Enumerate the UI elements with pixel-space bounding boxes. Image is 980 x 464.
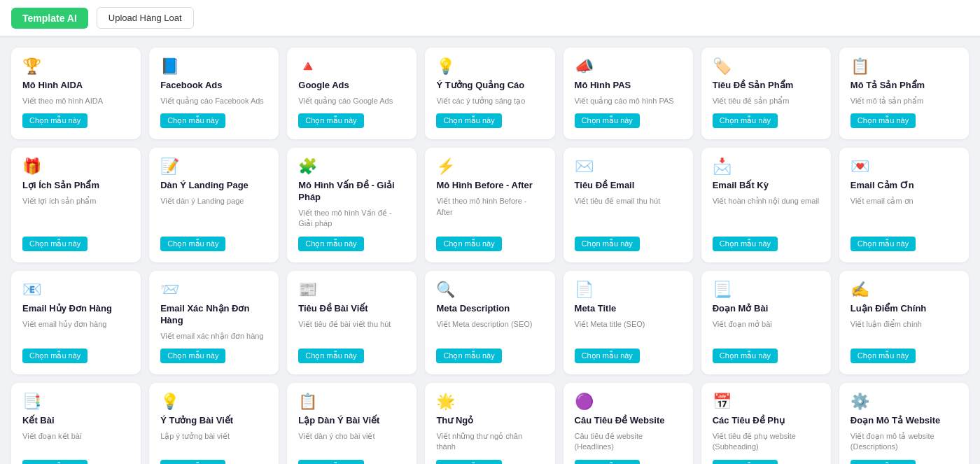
card-icon: ✉️ (575, 159, 682, 174)
card-title: Tiêu Đề Email (575, 180, 682, 192)
top-bar: Template AI Upload Hàng Loat (0, 0, 980, 36)
template-card: 🔺Google AdsViết quảng cáo Google AdsChọn… (287, 48, 416, 139)
template-card: 📘Facebook AdsViết quảng cáo Facebook Ads… (149, 48, 279, 139)
template-ai-button[interactable]: Template AI (11, 8, 88, 29)
card-description: Câu tiêu đề website (Headlines) (575, 431, 682, 453)
card-description: Viết lợi ích sản phẩm (22, 196, 130, 230)
select-template-button[interactable]: Chọn mẫu này (713, 460, 778, 464)
card-title: Tiêu Đề Sản Phẩm (713, 80, 820, 92)
card-description: Lập ý tưởng bài viết (160, 431, 267, 453)
template-card: 📩Email Bất KỳViết hoàn chỉnh nội dung em… (701, 148, 831, 262)
select-template-button[interactable]: Chọn mẫu này (850, 237, 916, 251)
card-description: Viết mô tả sản phẩm (850, 96, 958, 106)
card-description: Viết những thư ngỏ chân thành (436, 431, 543, 453)
template-card: 📝Dàn Ý Landing PageViết dàn ý Landing pa… (149, 148, 279, 262)
card-title: Email Cảm Ơn (850, 180, 958, 192)
card-icon: ✍️ (850, 282, 958, 297)
card-description: Viết luận điểm chính (850, 319, 958, 342)
card-description: Viết quảng cáo mô hình PAS (575, 96, 682, 106)
template-card: 📨Email Xác Nhận Đơn HàngViết email xác n… (149, 271, 279, 374)
template-card: 🟣Câu Tiêu Đề WebsiteCâu tiêu đề website … (564, 383, 693, 464)
select-template-button[interactable]: Chọn mẫu này (436, 113, 501, 128)
card-title: Meta Title (575, 303, 682, 315)
card-description: Viết tiêu đề phụ website (Subheading) (713, 431, 820, 453)
card-description: Viết quảng cáo Facebook Ads (160, 96, 267, 106)
select-template-button[interactable]: Chọn mẫu này (436, 460, 501, 464)
card-icon: 📰 (298, 282, 405, 297)
template-card: 📰Tiêu Đề Bài ViếtViết tiêu đề bài viết t… (287, 271, 416, 374)
select-template-button[interactable]: Chọn mẫu này (850, 113, 916, 128)
upload-bulk-button[interactable]: Upload Hàng Loat (97, 7, 194, 29)
template-card: 💡Ý Tưởng Quảng CáoViết các ý tưởng sáng … (425, 48, 554, 139)
template-card: 🎁Lợi Ích Sản PhẩmViết lợi ích sản phẩmCh… (11, 148, 141, 262)
template-card: 📅Các Tiêu Đề PhụViết tiêu đề phụ website… (701, 383, 831, 464)
card-title: Các Tiêu Đề Phụ (713, 415, 820, 427)
select-template-button[interactable]: Chọn mẫu này (713, 113, 778, 128)
card-description: Viết Meta description (SEO) (436, 319, 543, 342)
select-template-button[interactable]: Chọn mẫu này (436, 237, 501, 251)
card-icon: 🔍 (436, 282, 543, 297)
card-icon: 📃 (713, 282, 820, 297)
card-title: Facebook Ads (160, 80, 267, 92)
select-template-button[interactable]: Chọn mẫu này (713, 237, 778, 251)
select-template-button[interactable]: Chọn mẫu này (160, 349, 225, 363)
template-card: 📄Meta TitleViết Meta title (SEO)Chọn mẫu… (564, 271, 693, 374)
card-description: Viết đoạn mở bài (713, 319, 820, 342)
card-icon: 📨 (160, 282, 267, 297)
card-title: Ý Tưởng Bài Viết (160, 415, 267, 427)
select-template-button[interactable]: Chọn mẫu này (22, 349, 88, 363)
select-template-button[interactable]: Chọn mẫu này (22, 237, 88, 251)
card-title: Mô Hình PAS (575, 80, 682, 92)
template-card: 📋Mô Tả Sản PhẩmViết mô tả sản phẩmChọn m… (839, 48, 969, 139)
card-grid: 🏆Mô Hình AIDAViết theo mô hình AIDAChọn … (11, 48, 969, 464)
card-icon: 📝 (160, 159, 267, 174)
template-card: 📣Mô Hình PASViết quảng cáo mô hình PASCh… (564, 48, 693, 139)
template-card: 💡Ý Tưởng Bài ViếtLập ý tưởng bài viếtChọ… (149, 383, 279, 464)
card-title: Mô Hình AIDA (22, 80, 130, 92)
template-card: 📋Lập Dàn Ý Bài ViếtViết dàn ý cho bài vi… (287, 383, 416, 464)
card-description: Viết dàn ý Landing page (160, 196, 267, 230)
main-content: 🏆Mô Hình AIDAViết theo mô hình AIDAChọn … (0, 36, 980, 464)
select-template-button[interactable]: Chọn mẫu này (298, 349, 363, 363)
card-icon: 📘 (160, 59, 267, 74)
template-card: ✉️Tiêu Đề EmailViết tiêu đề email thu hú… (564, 148, 693, 262)
card-icon: 🔺 (298, 59, 405, 74)
card-description: Viết email cảm ơn (850, 196, 958, 230)
select-template-button[interactable]: Chọn mẫu này (22, 113, 88, 128)
template-card: ✍️Luận Điểm ChínhViết luận điểm chínhChọ… (839, 271, 969, 374)
select-template-button[interactable]: Chọn mẫu này (298, 113, 363, 128)
select-template-button[interactable]: Chọn mẫu này (160, 237, 225, 251)
select-template-button[interactable]: Chọn mẫu này (575, 237, 640, 251)
select-template-button[interactable]: Chọn mẫu này (22, 460, 88, 464)
select-template-button[interactable]: Chọn mẫu này (160, 113, 225, 128)
card-description: Viết email hủy đơn hàng (22, 319, 130, 342)
card-title: Email Hủy Đơn Hàng (22, 303, 130, 315)
select-template-button[interactable]: Chọn mẫu này (575, 113, 640, 128)
card-title: Thư Ngỏ (436, 415, 543, 427)
select-template-button[interactable]: Chọn mẫu này (575, 349, 640, 363)
select-template-button[interactable]: Chọn mẫu này (298, 460, 363, 464)
card-icon: ⚡ (436, 159, 543, 174)
card-title: Lợi Ích Sản Phẩm (22, 180, 130, 192)
select-template-button[interactable]: Chọn mẫu này (160, 460, 225, 464)
card-icon: 🟣 (575, 394, 682, 409)
card-description: Viết đoạn kết bài (22, 431, 130, 453)
card-title: Mô Tả Sản Phẩm (850, 80, 958, 92)
card-description: Viết email xác nhận đơn hàng (160, 331, 267, 342)
card-icon: 📄 (575, 282, 682, 297)
select-template-button[interactable]: Chọn mẫu này (298, 237, 363, 251)
card-title: Câu Tiêu Đề Website (575, 415, 682, 427)
select-template-button[interactable]: Chọn mẫu này (713, 349, 778, 363)
template-card: 📧Email Hủy Đơn HàngViết email hủy đơn hà… (11, 271, 141, 374)
card-icon: 📋 (850, 59, 958, 74)
select-template-button[interactable]: Chọn mẫu này (575, 460, 640, 464)
card-title: Email Xác Nhận Đơn Hàng (160, 303, 267, 327)
card-icon: ⚙️ (850, 394, 958, 409)
select-template-button[interactable]: Chọn mẫu này (850, 349, 916, 363)
card-icon: 📋 (298, 394, 405, 409)
template-card: ⚡Mô Hình Before - AfterViết theo mô hình… (425, 148, 554, 262)
select-template-button[interactable]: Chọn mẫu này (436, 349, 501, 363)
card-title: Lập Dàn Ý Bài Viết (298, 415, 405, 427)
template-card: 🧩Mô Hình Vấn Đề - Giải PhápViết theo mô … (287, 148, 416, 262)
select-template-button[interactable]: Chọn mẫu này (850, 460, 916, 464)
